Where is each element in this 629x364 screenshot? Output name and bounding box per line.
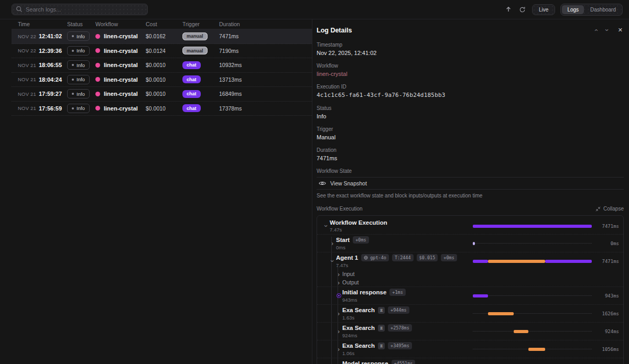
status-dot-icon: [72, 50, 74, 52]
trace-name: Exa Search: [342, 325, 375, 331]
field-value: Nov 22, 2025, 12:41:02: [317, 50, 624, 56]
column-header-duration: Duration: [219, 21, 306, 27]
timeline-bar-segment: [514, 330, 528, 333]
trace-row[interactable]: › Exa Search Ξ+944ms 1.63s 1626ms: [317, 304, 623, 322]
chevron-right-icon[interactable]: ›: [335, 279, 342, 286]
arrow-up-button[interactable]: [504, 5, 513, 14]
chevron-right-icon[interactable]: ›: [329, 240, 336, 247]
status-dot-icon: [72, 35, 74, 37]
meta-badge: +0ms: [353, 236, 368, 244]
exa-icon: Ξ: [378, 325, 385, 332]
field-label: Trigger: [317, 126, 624, 132]
row-cost: $0.0124: [146, 48, 182, 54]
view-switcher: LogsDashboard: [560, 4, 623, 16]
timeline-duration-label: 7471ms: [595, 259, 619, 264]
workflow-color-dot: [95, 77, 100, 82]
trace-row[interactable]: › Output: [317, 278, 623, 286]
trace-row[interactable]: › Exa Search Ξ+2578ms 924ms 924ms: [317, 322, 623, 340]
trigger-badge: chat: [182, 75, 201, 83]
live-button[interactable]: Live: [532, 4, 555, 15]
trace-name: Initial response: [342, 289, 386, 295]
tab-dashboard[interactable]: Dashboard: [585, 5, 621, 14]
row-cost: $0.0162: [146, 33, 182, 39]
trace-duration-sub: 1.63s: [342, 315, 469, 321]
app-root: Live LogsDashboard TimeStatusWorkflowCos…: [0, 0, 629, 364]
trace-name: Agent 1: [336, 255, 358, 261]
workflow-name: linen-crystal: [104, 76, 138, 83]
column-header-time: Time: [18, 21, 67, 27]
table-row[interactable]: NOV 22 12:41:02 Info linen-crystal $0.01…: [12, 29, 312, 44]
column-header-trigger: Trigger: [182, 21, 219, 27]
trigger-badge: chat: [182, 61, 201, 69]
tab-logs[interactable]: Logs: [562, 5, 584, 14]
field-value: Info: [317, 113, 624, 119]
model-badge: gpt-4o: [361, 254, 389, 261]
log-details-panel: Log Details › › ✕ Timestamp Nov 22, 2025…: [312, 19, 629, 364]
meta-badge: +1ms: [389, 289, 405, 296]
trace-row[interactable]: › Input: [317, 270, 623, 278]
tree-twisty[interactable]: [335, 293, 342, 298]
table-row[interactable]: NOV 22 12:39:36 Info linen-crystal $0.01…: [12, 44, 312, 59]
status-label: Info: [77, 105, 85, 111]
trace-row[interactable]: › Start +0ms 0ms 0ms: [317, 234, 623, 252]
chevron-right-icon[interactable]: ›: [335, 271, 342, 278]
trace-row[interactable]: › Agent 1 gpt-4oT:2444$0.015+0ms 7.47s 7…: [317, 252, 623, 270]
trace-name: Input: [342, 271, 354, 277]
chevron-right-icon[interactable]: ›: [335, 346, 342, 352]
detail-field: Status Info: [317, 105, 624, 119]
timeline-track: [473, 260, 592, 263]
detail-field: Timestamp Nov 22, 2025, 12:41:02: [317, 42, 624, 56]
trace-duration-sub: 943ms: [342, 297, 469, 303]
table-row[interactable]: NOV 21 18:04:24 Info linen-crystal $0.00…: [12, 73, 312, 87]
status-dot-icon: [72, 107, 74, 109]
status-label: Info: [77, 34, 85, 39]
timeline-duration-label: 943ms: [595, 293, 619, 299]
top-bar: Live LogsDashboard: [0, 0, 629, 19]
chevron-right-icon[interactable]: ›: [335, 328, 342, 335]
timeline-duration-label: 1626ms: [595, 311, 619, 316]
table-row[interactable]: NOV 21 17:56:59 Info linen-crystal $0.00…: [12, 102, 312, 116]
chevron-down-icon[interactable]: ›: [329, 258, 336, 264]
trace-row[interactable]: › Workflow Execution 7.47s 7471ms: [317, 218, 623, 234]
meta-badge: $0.015: [417, 254, 438, 261]
status-badge: Info: [67, 31, 90, 41]
chevron-right-icon[interactable]: ›: [335, 310, 342, 317]
trace-row[interactable]: Initial response +1ms 943ms 943ms: [317, 286, 623, 304]
row-cost: $0.0010: [146, 76, 182, 83]
workflow-name: linen-crystal: [104, 105, 138, 112]
table-row[interactable]: NOV 21 18:06:55 Info linen-crystal $0.00…: [12, 58, 312, 73]
trace-duration-sub: 0ms: [336, 245, 469, 250]
row-date: NOV 21: [18, 105, 36, 111]
field-label: Timestamp: [317, 42, 624, 48]
status-label: Info: [77, 48, 85, 53]
chevron-down-icon[interactable]: ›: [322, 223, 330, 229]
timeline-track: [473, 312, 592, 315]
collapse-button[interactable]: Collapse: [595, 206, 624, 212]
table-row[interactable]: NOV 21 17:59:27 Info linen-crystal $0.00…: [12, 87, 312, 102]
close-icon[interactable]: ✕: [617, 26, 624, 35]
meta-badge: +0ms: [441, 254, 457, 261]
trace-duration-sub: 924ms: [342, 333, 469, 338]
row-duration: 10932ms: [219, 62, 306, 68]
table-header: TimeStatusWorkflowCostTriggerDuration: [12, 19, 312, 29]
field-label: Execution ID: [317, 84, 624, 90]
prev-log-button[interactable]: ›: [593, 26, 598, 35]
response-node-icon: [337, 293, 341, 298]
next-log-button[interactable]: ›: [605, 26, 609, 35]
workflow-name: linen-crystal: [104, 62, 138, 68]
row-time: 18:06:55: [39, 62, 62, 68]
refresh-icon-button[interactable]: [518, 5, 527, 14]
search-input[interactable]: [12, 4, 148, 15]
trace-duration-sub: 7.47s: [336, 262, 469, 268]
timeline-track: [473, 242, 592, 245]
view-snapshot-button[interactable]: View Snapshot: [317, 177, 624, 190]
search-wrap: [12, 4, 148, 15]
timeline-duration-label: 1056ms: [595, 347, 619, 352]
trace-row[interactable]: Model response +4551ms 2.92s 2920ms: [317, 358, 623, 364]
meta-badge: +944ms: [388, 306, 409, 314]
row-date: NOV 21: [18, 76, 36, 82]
view-snapshot-label: View Snapshot: [330, 180, 367, 186]
execution-section-header: Workflow Execution Collapse: [317, 206, 624, 212]
trace-row[interactable]: › Exa Search Ξ+3495ms 1.06s 1056ms: [317, 340, 623, 358]
status-label: Info: [77, 62, 85, 68]
